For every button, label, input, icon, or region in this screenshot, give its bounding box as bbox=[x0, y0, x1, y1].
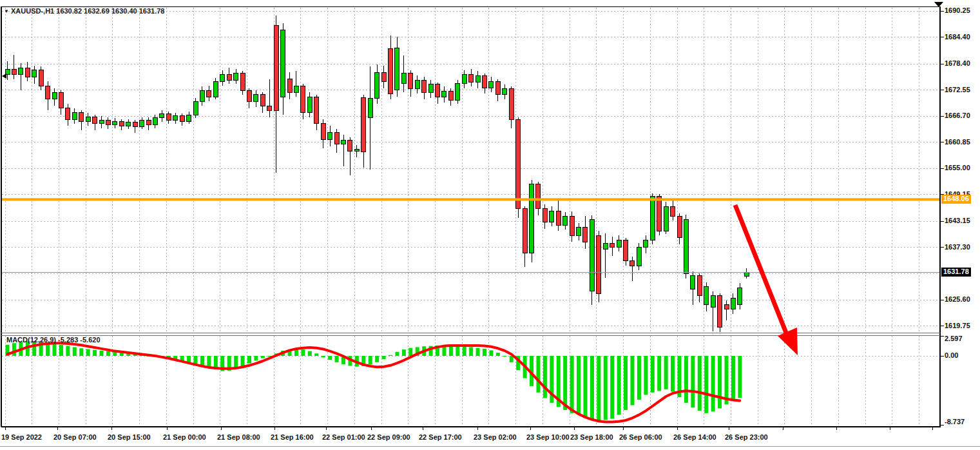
candle-body bbox=[664, 206, 668, 231]
macd-histogram-bar bbox=[664, 356, 668, 389]
chart-title: ▼ XAUUSD-,H1 1630.82 1632.69 1630.40 163… bbox=[4, 7, 165, 15]
down-arrow-head[interactable] bbox=[778, 328, 798, 355]
macd-histogram-bar bbox=[100, 351, 104, 356]
candle-body bbox=[603, 244, 608, 249]
candle-body bbox=[448, 91, 453, 100]
candle-body bbox=[267, 106, 272, 110]
macd-histogram-bar bbox=[597, 356, 600, 421]
candle-body bbox=[119, 122, 124, 126]
candle-body bbox=[462, 75, 466, 84]
candle-body bbox=[133, 122, 137, 127]
candle-body bbox=[704, 287, 709, 305]
macd-histogram-bar bbox=[207, 356, 211, 367]
candle-body bbox=[287, 79, 292, 93]
candle-body bbox=[187, 115, 191, 121]
macd-histogram-bar bbox=[456, 346, 459, 356]
macd-histogram-bar bbox=[644, 356, 648, 395]
macd-signal-line bbox=[8, 343, 740, 422]
time-axis-label: 26 Sep 14:00 bbox=[673, 433, 716, 441]
macd-histogram-bar bbox=[503, 356, 506, 357]
macd-histogram-bar bbox=[261, 356, 265, 358]
candle-body bbox=[260, 95, 265, 106]
chart-window[interactable]: ▼ XAUUSD-,H1 1630.82 1632.69 1630.40 163… bbox=[0, 0, 980, 450]
candle-body bbox=[314, 97, 319, 124]
candle-body bbox=[610, 244, 615, 248]
macd-histogram-bar bbox=[402, 349, 406, 356]
macd-histogram-bar bbox=[590, 356, 594, 420]
symbol-dropdown-icon[interactable]: ▼ bbox=[4, 8, 9, 14]
candle-body bbox=[436, 84, 440, 97]
candle-body bbox=[563, 216, 568, 226]
macd-histogram-bar bbox=[630, 356, 634, 406]
macd-histogram-bar bbox=[570, 356, 574, 413]
series-start-marker bbox=[2, 73, 6, 79]
candle-body bbox=[697, 276, 702, 296]
macd-histogram-bar bbox=[389, 355, 392, 356]
macd-histogram-bar bbox=[469, 347, 473, 356]
candle-body bbox=[93, 117, 97, 124]
candle-body bbox=[146, 120, 151, 124]
time-axis-label: 22 Sep 09:00 bbox=[367, 433, 410, 441]
candle-body bbox=[644, 240, 648, 248]
down-arrow-shaft[interactable] bbox=[735, 205, 786, 333]
candle-body bbox=[281, 30, 285, 97]
time-axis-label: 19 Sep 2022 bbox=[1, 433, 42, 441]
macd-axis-label: -8.737 bbox=[945, 418, 965, 426]
candle-body bbox=[328, 133, 332, 139]
price-axis-label: 1684.40 bbox=[945, 33, 970, 41]
candle-body bbox=[401, 73, 406, 84]
macd-histogram-bar bbox=[604, 356, 608, 420]
time-axis-label: 26 Sep 23:00 bbox=[725, 433, 768, 441]
candle-body bbox=[153, 118, 157, 124]
candle-body bbox=[630, 261, 635, 266]
candle-body bbox=[368, 98, 372, 117]
candle-body bbox=[59, 92, 63, 108]
candle-body bbox=[489, 81, 494, 88]
macd-histogram-bar bbox=[725, 356, 729, 404]
macd-histogram-bar bbox=[463, 347, 466, 356]
candle-body bbox=[691, 276, 695, 289]
macd-histogram-bar bbox=[382, 356, 386, 359]
candle-body bbox=[657, 196, 662, 231]
resistance-hline[interactable] bbox=[2, 198, 940, 201]
time-axis-label: 23 Sep 10:00 bbox=[526, 433, 570, 441]
time-axis-label: 21 Sep 00:00 bbox=[163, 433, 206, 441]
macd-histogram-bar bbox=[408, 348, 412, 356]
chart-canvas[interactable] bbox=[0, 0, 980, 450]
candle-body bbox=[334, 133, 339, 144]
candle-body bbox=[381, 72, 386, 81]
price-axis-label: 1660.85 bbox=[945, 138, 970, 146]
candle-body bbox=[597, 235, 601, 293]
chart-title-text: XAUUSD-,H1 1630.82 1632.69 1630.40 1631.… bbox=[11, 7, 165, 15]
macd-histogram-bar bbox=[200, 356, 204, 366]
macd-histogram-bar bbox=[375, 356, 379, 362]
price-axis-label: 1619.75 bbox=[945, 322, 970, 329]
candle-body bbox=[12, 69, 16, 74]
candle-body bbox=[395, 48, 399, 90]
candle-body bbox=[556, 211, 561, 226]
candle-body bbox=[361, 98, 366, 152]
candle-body bbox=[456, 84, 460, 101]
candle-body bbox=[5, 69, 10, 74]
macd-histogram-bar bbox=[194, 356, 198, 364]
candle-body bbox=[738, 288, 742, 304]
candle-body bbox=[39, 70, 43, 86]
candle-body bbox=[32, 70, 37, 77]
time-axis-label: 22 Sep 01:00 bbox=[322, 433, 365, 441]
candle-body bbox=[375, 72, 380, 98]
candle-body bbox=[52, 92, 57, 99]
candle-body bbox=[408, 73, 413, 89]
macd-histogram-bar bbox=[322, 356, 325, 357]
macd-histogram-bar bbox=[59, 345, 63, 356]
macd-histogram-bar bbox=[577, 356, 581, 415]
macd-histogram-bar bbox=[684, 356, 688, 403]
candle-body bbox=[495, 81, 500, 95]
macd-histogram-bar bbox=[711, 356, 715, 411]
candle-body bbox=[677, 216, 682, 237]
candle-body bbox=[113, 122, 117, 125]
candle-body bbox=[724, 305, 729, 309]
candle-body bbox=[442, 91, 447, 97]
candle-body bbox=[126, 122, 131, 126]
candle-body bbox=[536, 184, 541, 209]
candle-body bbox=[200, 90, 204, 101]
